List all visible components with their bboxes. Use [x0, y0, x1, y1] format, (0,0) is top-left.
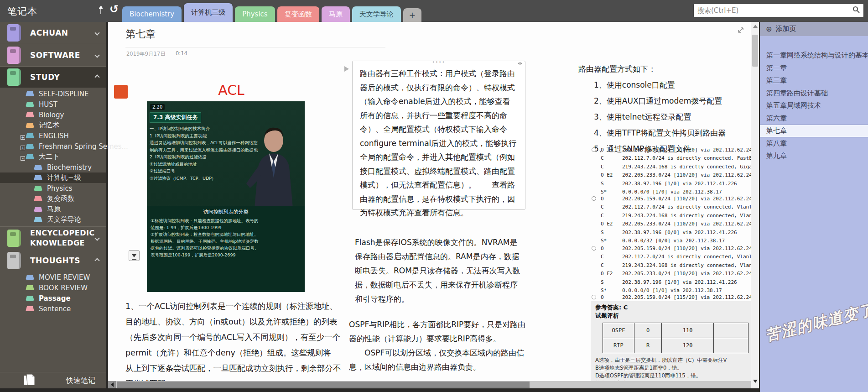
divider	[125, 47, 385, 47]
search-input[interactable]	[694, 6, 852, 15]
chapter-item[interactable]: 第二章	[760, 62, 868, 75]
folder-icon	[26, 144, 34, 149]
tab[interactable]: Biochemistry	[122, 6, 182, 22]
sidebar-section-label: STUDY	[30, 72, 60, 82]
search-icon[interactable]	[852, 6, 860, 15]
sidebar-item[interactable]: + Freshman Spring Semes...	[0, 141, 106, 152]
add-page-button[interactable]: ⊕ 添加页	[760, 22, 868, 36]
slide-line: ③过滤协议（ICMP、TCP、UDP）	[150, 175, 250, 182]
chevron-down-icon[interactable]	[94, 52, 99, 57]
sidebar-item[interactable]: 天文学导论	[0, 214, 106, 225]
chapter-item[interactable]: 第八章	[760, 137, 868, 150]
sidebar-section-thoughts[interactable]: THOUGHTS	[0, 250, 106, 271]
folder-icon	[34, 196, 42, 201]
paragraph-acl[interactable]: 1、一个ACL访问控制列表是一个连续的规则（标注源地址、目的地址、协议、方向（i…	[125, 298, 343, 388]
routing-entry: O E2202.205.233.0/24 [110/20] via 202.11…	[601, 171, 751, 179]
routing-entry: O202.205.159.0/24 [115/20] via 202.112.6…	[601, 293, 751, 302]
chevron-up-icon[interactable]	[94, 258, 99, 263]
add-page-icon: ⊕	[766, 25, 772, 33]
chapter-item[interactable]: 第一章网络系统结构与设计的基本	[760, 49, 868, 62]
sidebar-item[interactable]: Passage	[0, 293, 106, 303]
drag-anchor-icon[interactable]	[344, 66, 349, 72]
chapter-item[interactable]: 第四章路由设计基础	[760, 87, 868, 100]
sidebar-section-label: SOFTWARE	[30, 50, 80, 60]
chevron-up-icon[interactable]	[94, 74, 99, 79]
radio-button[interactable]	[592, 246, 596, 251]
sidebar-item[interactable]: Biology	[0, 110, 106, 120]
notebook-icon	[7, 68, 21, 86]
video-timestamp: 2.20	[150, 104, 165, 110]
tab[interactable]: 计算机三级	[184, 3, 233, 22]
chevron-down-icon[interactable]	[94, 30, 99, 35]
notebook-icon	[7, 47, 21, 64]
radio-button[interactable]	[592, 196, 596, 201]
sidebar-item[interactable]: 计算机三级	[0, 172, 106, 183]
sidebar-item[interactable]: Biochemistry	[0, 162, 106, 172]
slide-line: ①过滤源地址或目的地址	[150, 161, 250, 168]
video-screenshot[interactable]: 2.20 7.3 高级实训任务 一、IP访问控制列表的技术简介1. IP访问控制…	[147, 101, 305, 292]
expand-badge[interactable]: +	[21, 135, 25, 140]
pin-icon[interactable]	[98, 6, 104, 17]
chapter-item[interactable]: 第七章	[760, 125, 868, 137]
chapter-item[interactable]: 第九章	[760, 150, 868, 162]
quick-note-button[interactable]: 快速笔记	[0, 373, 106, 388]
tab[interactable]: Physics	[235, 6, 275, 22]
paragraph-config[interactable]: 路由器配置方式如下： 1、使用console口配置2、使用AUX口通过modem…	[578, 61, 726, 157]
sidebar-item[interactable]: 复变函数	[0, 193, 106, 204]
sidebar-item[interactable]: 记忆术	[0, 120, 106, 131]
slide-lines: 一、IP访问控制列表的技术简介1. IP访问控制列表的主要功能通过灵活地增加访问…	[150, 125, 250, 182]
text-box[interactable]: •••• 路由器有三种工作模式：用户模式（登录路由器后的模式，仅执行有限的命令）…	[352, 61, 525, 210]
table-cell: O	[634, 323, 661, 338]
sidebar-item[interactable]: HUST	[0, 99, 106, 110]
tab[interactable]: 马原	[322, 6, 350, 22]
thoughts-children: MOVIE REVIEW BOOK REVIEW Passage Sentenc…	[0, 272, 106, 314]
table-cell: 120	[662, 338, 713, 353]
config-item: 3、使用telnet远程登录配置	[578, 109, 726, 125]
bottom-strip	[0, 388, 760, 392]
scroll-down-icon[interactable]	[753, 380, 758, 383]
chapter-item[interactable]: 第六章	[760, 112, 868, 125]
expand-badge[interactable]: -	[21, 156, 25, 161]
chapter-item[interactable]: 第三章	[760, 74, 868, 87]
tab-label: Biochemistry	[130, 10, 174, 18]
scrollbar-thumb[interactable]	[117, 382, 530, 388]
attachment-marker[interactable]	[114, 85, 128, 99]
sidebar-item[interactable]: - 大二下	[0, 152, 106, 162]
scrollbar-thumb[interactable]	[752, 35, 758, 67]
sidebar-item[interactable]: SELF-DISPLINE	[0, 89, 106, 99]
radio-button[interactable]	[592, 147, 596, 152]
radio-button[interactable]	[592, 295, 596, 299]
vertical-scrollbar[interactable]	[751, 22, 759, 388]
scroll-up-icon[interactable]	[753, 25, 758, 28]
sidebar-item[interactable]: MOVIE REVIEW	[0, 272, 106, 282]
sidebar-section-study[interactable]: STUDY	[0, 67, 106, 88]
resize-icon[interactable]	[518, 62, 522, 65]
sidebar-item-label: Passage	[39, 294, 71, 303]
sidebar-item[interactable]: + ENGLISH	[0, 131, 106, 141]
paragraph-ospf[interactable]: OSPF与RIP相比，各方面都比RIP要好，只是对路由器的性能（计算能力）要求要…	[349, 318, 529, 374]
tab[interactable]: 复变函数	[277, 6, 319, 22]
undo-icon[interactable]: ↺	[109, 3, 119, 16]
expand-icon[interactable]	[737, 26, 744, 36]
tab[interactable]: 天文学导论	[352, 6, 401, 22]
chapter-label: 第八章	[766, 139, 787, 148]
chapter-label: 第五章局域网技术	[766, 101, 821, 110]
expand-badge[interactable]: +	[21, 146, 25, 150]
horizontal-scrollbar[interactable]	[108, 381, 751, 388]
sidebar-section-achuan[interactable]: ACHUAN	[0, 22, 106, 43]
download-image-button[interactable]	[129, 250, 140, 261]
slide-section-title: 访问控制列表的分类	[151, 209, 301, 215]
sidebar-item[interactable]: Physics	[0, 183, 106, 193]
tab[interactable]: +	[403, 8, 421, 22]
sidebar-section-encyclopedic[interactable]: ENCYCLOPEDIC KNOWLEDGE	[0, 227, 106, 249]
sidebar-item[interactable]: BOOK REVIEW	[0, 282, 106, 293]
drag-handle-icon[interactable]: ••••	[432, 60, 445, 64]
note-title[interactable]: 第七章	[125, 27, 156, 41]
scroll-left-icon[interactable]	[108, 381, 116, 388]
chapter-item[interactable]: 第五章局域网技术	[760, 99, 868, 112]
paragraph-flash[interactable]: Flash是保存IOS系统的映像文件的。NVRAM是保存路由器启动配置信息的。R…	[355, 235, 521, 306]
sidebar-section-software[interactable]: SOFTWARE	[0, 44, 106, 66]
sidebar-item[interactable]: 马原	[0, 204, 106, 214]
sidebar-item-label: BOOK REVIEW	[39, 284, 88, 292]
sidebar-item[interactable]: Sentence	[0, 303, 106, 314]
